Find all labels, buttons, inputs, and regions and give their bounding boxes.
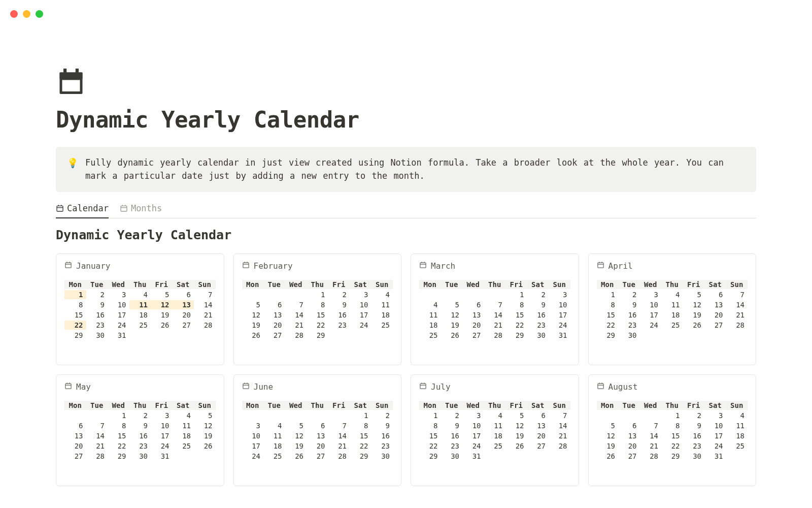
day-cell[interactable]: 15: [597, 310, 619, 320]
day-cell[interactable]: 19: [194, 431, 216, 440]
day-cell[interactable]: 17: [704, 431, 726, 440]
day-cell[interactable]: 29: [661, 452, 683, 461]
day-cell[interactable]: 11: [419, 310, 441, 320]
tab-months[interactable]: Months: [120, 203, 162, 218]
day-cell[interactable]: 4: [484, 411, 506, 420]
day-cell[interactable]: 22: [661, 441, 683, 451]
day-cell[interactable]: 14: [484, 310, 506, 320]
day-cell[interactable]: 24: [462, 441, 484, 451]
day-cell[interactable]: 20: [307, 441, 328, 451]
day-cell[interactable]: 22: [505, 321, 527, 330]
day-cell[interactable]: 11: [661, 300, 683, 309]
day-cell[interactable]: 5: [441, 300, 463, 309]
day-cell[interactable]: 19: [683, 310, 705, 320]
day-cell[interactable]: 10: [108, 300, 129, 309]
day-cell[interactable]: 1: [64, 290, 86, 299]
day-cell[interactable]: 31: [549, 331, 570, 340]
day-cell[interactable]: 14: [285, 310, 307, 320]
day-cell[interactable]: 13: [704, 300, 726, 309]
day-cell[interactable]: 3: [242, 421, 264, 430]
day-cell[interactable]: 26: [151, 321, 173, 330]
day-cell[interactable]: 4: [263, 421, 285, 430]
day-cell[interactable]: 12: [597, 431, 619, 440]
day-cell[interactable]: 6: [618, 421, 640, 430]
tab-calendar[interactable]: Calendar: [56, 203, 109, 218]
day-cell[interactable]: 18: [129, 310, 151, 320]
day-cell[interactable]: 16: [328, 310, 350, 320]
day-cell[interactable]: 2: [371, 411, 393, 420]
day-cell[interactable]: 15: [64, 310, 86, 320]
day-cell[interactable]: 16: [683, 431, 705, 440]
day-cell[interactable]: 27: [527, 441, 549, 451]
day-cell[interactable]: 9: [683, 421, 705, 430]
day-cell[interactable]: 14: [640, 431, 662, 440]
month-card[interactable]: JuneMonTueWedThuFriSatSun123456789101112…: [233, 374, 402, 486]
day-cell[interactable]: 4: [129, 290, 151, 299]
day-cell[interactable]: 27: [173, 321, 194, 330]
month-card[interactable]: AprilMonTueWedThuFriSatSun12345678910111…: [588, 253, 757, 365]
day-cell[interactable]: 8: [64, 300, 86, 309]
day-cell[interactable]: 5: [683, 290, 705, 299]
day-cell[interactable]: 10: [704, 421, 726, 430]
day-cell[interactable]: 20: [64, 441, 86, 451]
day-cell[interactable]: 8: [108, 421, 129, 430]
day-cell[interactable]: 6: [527, 411, 549, 420]
day-cell[interactable]: 26: [505, 441, 527, 451]
day-cell[interactable]: 2: [328, 290, 350, 299]
day-cell[interactable]: 2: [527, 290, 549, 299]
day-cell[interactable]: 20: [173, 310, 194, 320]
day-cell[interactable]: 26: [285, 452, 307, 461]
day-cell[interactable]: 17: [350, 310, 371, 320]
day-cell[interactable]: 6: [64, 421, 86, 430]
day-cell[interactable]: 24: [549, 321, 570, 330]
month-card[interactable]: AugustMonTueWedThuFriSatSun1234567891011…: [588, 374, 757, 486]
day-cell[interactable]: 3: [462, 411, 484, 420]
day-cell[interactable]: 25: [371, 321, 393, 330]
day-cell[interactable]: 18: [484, 431, 506, 440]
day-cell[interactable]: 28: [484, 331, 506, 340]
day-cell[interactable]: 10: [549, 300, 570, 309]
day-cell[interactable]: 5: [505, 411, 527, 420]
day-cell[interactable]: 8: [597, 300, 619, 309]
day-cell[interactable]: 11: [371, 300, 393, 309]
day-cell[interactable]: 24: [350, 321, 371, 330]
day-cell[interactable]: 20: [527, 431, 549, 440]
day-cell[interactable]: 15: [108, 431, 129, 440]
day-cell[interactable]: 15: [661, 431, 683, 440]
day-cell[interactable]: 21: [726, 310, 748, 320]
day-cell[interactable]: 12: [285, 431, 307, 440]
day-cell[interactable]: 19: [242, 321, 264, 330]
day-cell[interactable]: 8: [661, 421, 683, 430]
day-cell[interactable]: 13: [462, 310, 484, 320]
month-card[interactable]: FebruaryMonTueWedThuFriSatSun12345678910…: [233, 253, 402, 365]
day-cell[interactable]: 3: [640, 290, 662, 299]
day-cell[interactable]: 30: [441, 452, 463, 461]
day-cell[interactable]: 16: [129, 431, 151, 440]
day-cell[interactable]: 2: [683, 411, 705, 420]
day-cell[interactable]: 23: [683, 441, 705, 451]
day-cell[interactable]: 15: [350, 431, 371, 440]
day-cell[interactable]: 8: [350, 421, 371, 430]
day-cell[interactable]: 4: [419, 300, 441, 309]
day-cell[interactable]: 19: [285, 441, 307, 451]
day-cell[interactable]: 17: [549, 310, 570, 320]
day-cell[interactable]: 28: [549, 441, 570, 451]
day-cell[interactable]: 11: [726, 421, 748, 430]
day-cell[interactable]: 23: [328, 321, 350, 330]
day-cell[interactable]: 27: [462, 331, 484, 340]
day-cell[interactable]: 10: [151, 421, 173, 430]
day-cell[interactable]: 15: [505, 310, 527, 320]
day-cell[interactable]: 7: [285, 300, 307, 309]
day-cell[interactable]: 31: [108, 331, 129, 340]
day-cell[interactable]: 18: [173, 431, 194, 440]
day-cell[interactable]: 15: [307, 310, 328, 320]
day-cell[interactable]: 24: [242, 452, 264, 461]
day-cell[interactable]: 13: [527, 421, 549, 430]
day-cell[interactable]: 17: [151, 431, 173, 440]
day-cell[interactable]: 21: [194, 310, 216, 320]
day-cell[interactable]: 7: [726, 290, 748, 299]
day-cell[interactable]: 18: [371, 310, 393, 320]
day-cell[interactable]: 20: [704, 310, 726, 320]
day-cell[interactable]: 20: [263, 321, 285, 330]
day-cell[interactable]: 6: [462, 300, 484, 309]
